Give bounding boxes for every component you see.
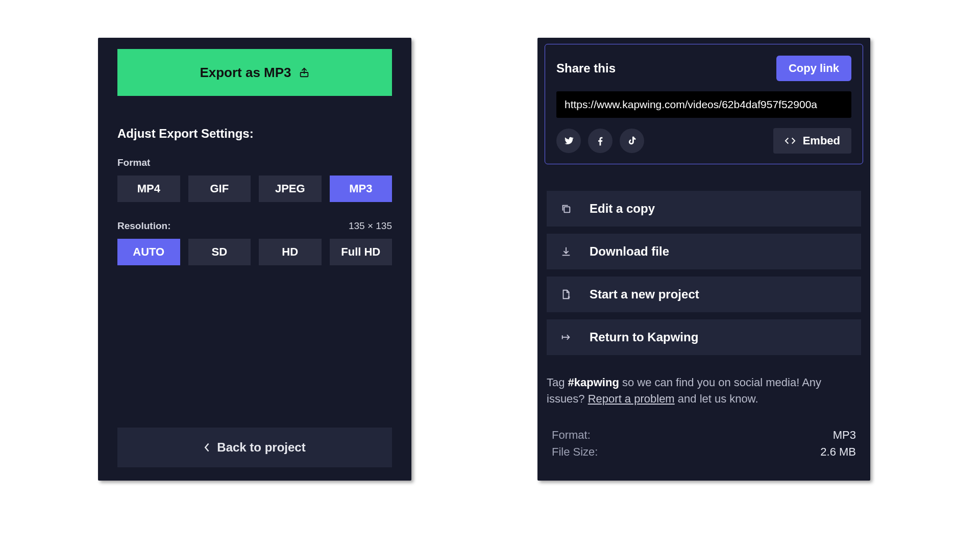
blurb-pre: Tag	[547, 376, 568, 389]
format-mp4[interactable]: MP4	[117, 176, 180, 202]
share-url-field[interactable]: https://www.kapwing.com/videos/62b4daf95…	[556, 91, 851, 118]
share-title: Share this	[556, 61, 616, 76]
svg-rect-1	[564, 207, 570, 212]
meta-size-value: 2.6 MB	[820, 443, 856, 460]
copy-icon	[560, 203, 572, 215]
social-row: Embed	[556, 128, 851, 154]
back-to-project-label: Back to project	[217, 440, 305, 455]
share-twitter-button[interactable]	[556, 129, 581, 153]
resolution-fullhd[interactable]: Full HD	[330, 239, 393, 265]
return-button[interactable]: Return to Kapwing	[547, 319, 861, 355]
format-jpeg[interactable]: JPEG	[259, 176, 322, 202]
embed-button[interactable]: Embed	[773, 128, 851, 154]
tag-blurb: Tag #kapwing so we can find you on socia…	[545, 374, 863, 407]
resolution-label: Resolution:	[117, 220, 171, 232]
format-gif[interactable]: GIF	[188, 176, 251, 202]
report-problem-link[interactable]: Report a problem	[588, 392, 675, 405]
resolution-row: Resolution: 135 × 135	[117, 220, 392, 232]
export-panel: Export as MP3 Adjust Export Settings: Fo…	[98, 38, 411, 481]
edit-copy-button[interactable]: Edit a copy	[547, 191, 861, 227]
resolution-dimensions: 135 × 135	[349, 220, 392, 232]
download-file-button[interactable]: Download file	[547, 234, 861, 269]
share-up-icon	[299, 67, 310, 78]
export-meta: Format: MP3 File Size: 2.6 MB	[545, 427, 863, 460]
resolution-hd[interactable]: HD	[259, 239, 322, 265]
meta-format-label: Format:	[552, 427, 591, 443]
format-mp3[interactable]: MP3	[330, 176, 393, 202]
new-project-label: Start a new project	[590, 287, 699, 302]
new-project-button[interactable]: Start a new project	[547, 277, 861, 312]
format-label: Format	[117, 157, 392, 168]
share-box: Share this Copy link https://www.kapwing…	[545, 44, 863, 164]
format-chip-row: MP4 GIF JPEG MP3	[117, 176, 392, 202]
blurb-hashtag: #kapwing	[568, 376, 619, 389]
download-icon	[560, 245, 572, 258]
edit-copy-label: Edit a copy	[590, 202, 655, 216]
twitter-icon	[563, 135, 574, 146]
export-button[interactable]: Export as MP3	[117, 49, 392, 96]
action-list: Edit a copy Download file Start a new pr…	[545, 191, 863, 355]
new-file-icon	[560, 288, 572, 300]
resolution-auto[interactable]: AUTO	[117, 239, 180, 265]
share-panel: Share this Copy link https://www.kapwing…	[537, 38, 870, 481]
share-tiktok-button[interactable]	[620, 129, 644, 153]
code-icon	[785, 137, 796, 145]
tiktok-icon	[626, 135, 638, 146]
blurb-post: and let us know.	[675, 392, 758, 405]
return-arrow-icon	[560, 331, 572, 343]
export-button-label: Export as MP3	[200, 65, 291, 81]
copy-link-button[interactable]: Copy link	[776, 56, 851, 81]
chevron-left-icon	[204, 442, 211, 453]
embed-label: Embed	[803, 134, 840, 147]
share-facebook-button[interactable]	[588, 129, 612, 153]
resolution-chip-row: AUTO SD HD Full HD	[117, 239, 392, 265]
back-to-project-button[interactable]: Back to project	[117, 428, 392, 467]
resolution-sd[interactable]: SD	[188, 239, 251, 265]
settings-heading: Adjust Export Settings:	[117, 127, 392, 141]
download-file-label: Download file	[590, 244, 669, 259]
meta-format-value: MP3	[833, 427, 856, 443]
meta-size-label: File Size:	[552, 443, 598, 460]
facebook-icon	[595, 135, 606, 146]
return-label: Return to Kapwing	[590, 330, 698, 344]
